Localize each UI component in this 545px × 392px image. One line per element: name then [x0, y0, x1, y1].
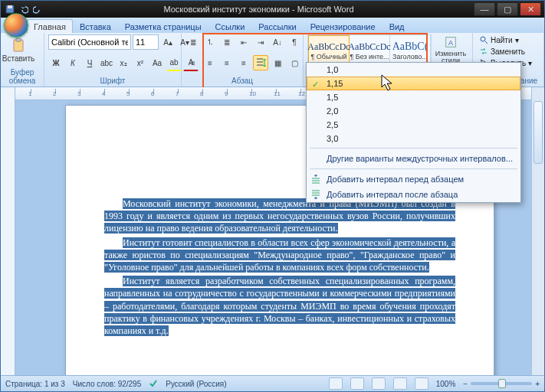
vertical-scrollbar[interactable] — [531, 87, 544, 375]
vertical-ruler — [1, 87, 15, 375]
spellcheck-icon[interactable] — [149, 379, 158, 388]
minimize-button[interactable]: — — [474, 2, 495, 16]
svg-point-6 — [481, 37, 485, 41]
ruler-tick-label: 3 — [77, 90, 80, 97]
svg-text:A: A — [448, 39, 453, 47]
space-before-icon — [310, 174, 321, 185]
sort-icon[interactable]: A↓ — [270, 34, 285, 50]
add-space-after[interactable]: Добавить интервал после абзаца — [307, 187, 520, 202]
change-styles-button[interactable]: A Изменить стили — [433, 34, 468, 65]
shading-icon[interactable]: ▦ — [270, 55, 285, 70]
borders-icon[interactable]: ▢ — [287, 55, 302, 70]
underline-icon[interactable]: Ч — [82, 55, 97, 70]
spacing-option-2-0[interactable]: 2,0 — [307, 104, 520, 118]
quick-access-toolbar — [4, 3, 44, 15]
align-center-icon[interactable]: ≡ — [202, 55, 218, 70]
indent-right-icon[interactable]: ⇥ — [253, 34, 268, 50]
status-page[interactable]: Страница: 1 из 3 — [5, 380, 65, 388]
ruler-tick-label: 12 — [298, 90, 305, 97]
italic-icon[interactable]: К — [65, 55, 80, 70]
menu-separator — [310, 148, 517, 149]
view-outline[interactable] — [393, 377, 407, 390]
add-space-before[interactable]: Добавить интервал перед абзацем — [307, 172, 520, 187]
spacing-option-1-5[interactable]: 1,5 — [307, 90, 520, 104]
view-full-screen[interactable] — [350, 377, 364, 390]
bold-icon[interactable]: Ж — [48, 55, 64, 70]
spacing-option-2-5[interactable]: 2,5 — [307, 118, 520, 132]
ruler-tick-label: 6 — [151, 90, 154, 97]
zoom-thumb[interactable] — [498, 379, 506, 388]
indent-left-icon[interactable]: ⇤ — [236, 34, 251, 50]
align-right-icon[interactable]: ≡ — [219, 55, 235, 70]
redo-icon[interactable] — [31, 3, 44, 15]
line-spacing-button[interactable] — [253, 55, 268, 70]
check-icon: ✓ — [312, 80, 319, 90]
ruler-tick-label: 8 — [200, 90, 203, 97]
style-normal[interactable]: AaBbCcDc ¶ Обычный — [308, 35, 350, 66]
show-marks-icon[interactable]: ¶ — [287, 34, 302, 50]
font-family-input[interactable] — [48, 34, 131, 50]
more-spacing-options[interactable]: Другие варианты междустрочных интервалов… — [307, 151, 520, 166]
scrollbar-thumb[interactable] — [534, 101, 543, 164]
zoom-out-icon[interactable]: − — [463, 380, 468, 388]
grow-font-icon[interactable]: A▴ — [160, 34, 176, 50]
tab-insert[interactable]: Вставка — [73, 19, 118, 33]
find-icon — [479, 35, 488, 44]
style-heading[interactable]: AaBbC( Заголово... — [390, 35, 431, 66]
group-paragraph: ≣ ⒈ ≣ ⇤ ⇥ A↓ ¶ ≡ ≡ ≡ ≡ ▦ ▢ Абзац — [182, 33, 304, 87]
zoom-in-icon[interactable]: + — [535, 380, 540, 388]
space-after-icon — [310, 189, 321, 200]
tab-view[interactable]: Вид — [382, 19, 412, 33]
spacing-option-1-0[interactable]: 1,0 — [307, 63, 520, 77]
office-button[interactable] — [4, 13, 28, 38]
status-words[interactable]: Число слов: 92/295 — [73, 380, 142, 388]
ruler-tick-label: 10 — [249, 90, 256, 97]
style-no-spacing[interactable]: AaBbCcDc ¶ Без инте... — [350, 35, 390, 66]
ruler-tick-label: 2 — [53, 90, 56, 97]
tab-layout[interactable]: Разметка страницы — [118, 19, 208, 33]
highlight-icon[interactable]: ab — [166, 55, 182, 71]
tab-review[interactable]: Рецензирование — [304, 19, 382, 33]
clear-format-icon[interactable]: Aa — [149, 55, 165, 70]
status-language[interactable]: Русский (Россия) — [166, 380, 226, 388]
ruler-tick-label: 5 — [126, 90, 130, 97]
window-title: Московский институт экономики - Microsof… — [44, 5, 474, 14]
numbering-icon[interactable]: ⒈ — [202, 34, 218, 50]
replace-button[interactable]: Заменить — [477, 46, 540, 57]
find-button[interactable]: Найти ▾ — [477, 34, 540, 45]
multilevel-icon[interactable]: ≣ — [219, 34, 235, 50]
superscript-icon[interactable]: x² — [133, 55, 148, 70]
title-bar: Московский институт экономики - Microsof… — [1, 1, 544, 18]
tab-mailings[interactable]: Рассылки — [251, 19, 303, 33]
tab-references[interactable]: Ссылки — [208, 19, 252, 33]
line-spacing-menu: 1,0 ✓1,15 1,5 2,0 2,5 3,0 Другие вариант… — [306, 62, 521, 203]
font-size-input[interactable] — [133, 34, 159, 50]
paste-label: Вставить — [2, 54, 34, 63]
paragraph-2[interactable]: Институт готовит специалистов в области … — [104, 237, 455, 273]
group-font-title: Шрифт — [48, 76, 177, 87]
paragraph-3[interactable]: Институт является разработчиком собствен… — [104, 276, 455, 336]
view-draft[interactable] — [415, 377, 428, 390]
view-print-layout[interactable] — [329, 377, 343, 390]
spacing-option-1-15[interactable]: ✓1,15 — [307, 77, 520, 90]
zoom-label[interactable]: 100% — [436, 380, 456, 388]
close-button[interactable]: ✕ — [520, 2, 541, 16]
justify-icon[interactable]: ≡ — [236, 55, 251, 70]
ribbon-tabs: Главная Вставка Разметка страницы Ссылки… — [1, 18, 544, 33]
ruler-tick-label: 1 — [28, 90, 31, 97]
zoom-slider[interactable]: − + — [463, 380, 540, 388]
paragraph-1[interactable]: Московский институт экономики, менеджмен… — [104, 198, 455, 234]
bullets-icon[interactable]: ≣ — [185, 34, 201, 50]
strike-icon[interactable]: abc — [99, 55, 114, 70]
align-left-icon[interactable]: ≡ — [185, 55, 201, 70]
group-font: A▴ A▾ Ж К Ч abc x₂ x² Aa ab A Шрифт — [44, 33, 182, 87]
spacing-option-3-0[interactable]: 3,0 — [307, 132, 520, 145]
paste-button[interactable]: Вставить — [5, 34, 32, 65]
window-controls: — ▢ ✕ — [474, 2, 541, 16]
group-paragraph-title: Абзац — [185, 76, 299, 87]
view-web-layout[interactable] — [372, 377, 386, 390]
tab-home[interactable]: Главная — [27, 19, 73, 33]
maximize-button[interactable]: ▢ — [497, 2, 518, 16]
subscript-icon[interactable]: x₂ — [116, 55, 131, 70]
group-clipboard-title: Буфер обмена — [5, 67, 40, 87]
